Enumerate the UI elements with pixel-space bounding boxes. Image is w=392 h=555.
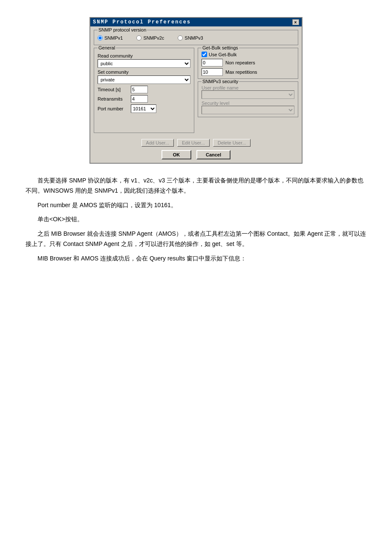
get-bulk-group: Get-Bulk settings Use Get-Bulk Non repea…	[198, 48, 298, 79]
general-group-label: General	[98, 45, 116, 50]
ok-button[interactable]: OK	[161, 150, 191, 159]
radio-snmpv2c[interactable]: SNMPv2c	[136, 35, 164, 40]
use-get-bulk-label: Use Get-Bulk	[209, 52, 236, 57]
cancel-button[interactable]: Cancel	[196, 150, 231, 159]
user-profile-label: User profile name	[202, 85, 239, 90]
use-get-bulk-checkbox[interactable]	[202, 52, 207, 57]
set-community-select[interactable]: private	[98, 75, 190, 84]
paragraph-2: Port number 是 AMOS 监听的端口，设置为 10161。	[26, 200, 366, 211]
non-repeaters-row: Non repeaters	[202, 59, 294, 66]
port-field: Port number 10161	[98, 104, 190, 113]
dialog-title: SNMP Protocol Preferences	[93, 19, 191, 25]
set-community-label: Set community	[98, 69, 190, 75]
retransmits-input[interactable]	[131, 95, 148, 103]
radio-snmpv1[interactable]: SNMPv1	[98, 35, 123, 40]
radio-snmpv1-label: SNMPv1	[104, 35, 123, 40]
security-level-label: Security level	[202, 101, 294, 106]
security-level-select	[202, 106, 294, 114]
user-buttons-row: Add User... Edit User... Delete User...	[94, 139, 298, 147]
max-repetitions-label: Max repetitions	[225, 69, 257, 75]
timeout-label: Timeout [s]	[98, 87, 127, 92]
edit-user-button[interactable]: Edit User...	[177, 139, 210, 147]
port-label: Port number	[98, 106, 127, 111]
snmp-dialog: SNMP Protocol Preferences × SNMP protoco…	[89, 17, 303, 164]
snmp-version-radio-row: SNMPv1 SNMPv2c SNMPv3	[98, 34, 294, 42]
get-bulk-label: Get-Bulk settings	[202, 45, 239, 50]
max-repetitions-input[interactable]	[202, 68, 223, 76]
paragraph-5: MIB Browser 和 AMOS 连接成功后，会在 Query result…	[26, 254, 366, 264]
snmp-version-group: SNMP protocol version SNMPv1 SNMPv2c	[94, 30, 298, 45]
snmpv3-group: SNMPv3 security User profile name Securi…	[198, 81, 298, 117]
retransmits-field: Retransmits	[98, 95, 190, 103]
retransmits-label: Retransmits	[98, 96, 127, 101]
paragraph-1: 首先要选择 SNMP 协议的版本，有 v1、v2c、v3 三个版本，主要看设备侧…	[26, 176, 366, 196]
right-col: Get-Bulk settings Use Get-Bulk Non repea…	[198, 48, 298, 136]
dialog-body: SNMP protocol version SNMPv1 SNMPv2c	[90, 26, 302, 163]
non-repeaters-label: Non repeaters	[225, 60, 255, 65]
radio-snmpv1-input[interactable]	[98, 35, 103, 40]
port-select[interactable]: 10161	[131, 104, 156, 113]
dialog-titlebar: SNMP Protocol Preferences ×	[90, 18, 302, 26]
read-community-select[interactable]: public	[98, 59, 190, 68]
snmp-version-label: SNMP protocol version	[98, 27, 147, 32]
close-button[interactable]: ×	[292, 19, 299, 25]
read-community-label: Read community	[98, 53, 190, 58]
timeout-field: Timeout [s]	[98, 86, 190, 93]
radio-snmpv3[interactable]: SNMPv3	[178, 35, 203, 40]
paragraph-3: 单击<OK>按钮。	[26, 214, 366, 225]
radio-snmpv2c-input[interactable]	[136, 35, 141, 40]
paragraph-4: 之后 MIB Browser 就会去连接 SNMP Agent（AMOS），或者…	[26, 229, 366, 249]
general-col: General Read community public Set commun…	[94, 48, 194, 136]
general-group: General Read community public Set commun…	[94, 48, 194, 133]
timeout-input[interactable]	[131, 86, 148, 93]
non-repeaters-input[interactable]	[202, 59, 223, 66]
radio-snmpv3-input[interactable]	[178, 35, 183, 40]
delete-user-button[interactable]: Delete User...	[213, 139, 251, 147]
user-profile-select	[202, 90, 294, 99]
radio-snmpv3-label: SNMPv3	[184, 35, 203, 40]
add-user-button[interactable]: Add User...	[141, 139, 174, 147]
snmpv3-label: SNMPv3 security	[202, 79, 239, 84]
ok-cancel-row: OK Cancel	[94, 150, 298, 159]
max-repetitions-row: Max repetitions	[202, 68, 294, 76]
two-col-layout: General Read community public Set commun…	[94, 48, 298, 136]
radio-snmpv2c-label: SNMPv2c	[143, 35, 164, 40]
dialog-wrapper: SNMP Protocol Preferences × SNMP protoco…	[26, 17, 366, 164]
use-get-bulk-row: Use Get-Bulk	[202, 52, 294, 57]
